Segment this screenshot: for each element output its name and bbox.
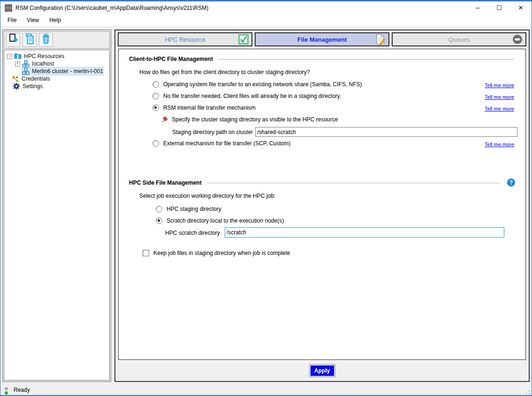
radio-external-mechanism[interactable]: External mechanism for file transfer (SC… [152, 140, 290, 147]
close-button[interactable]: ✕ [510, 1, 532, 14]
radio-label: No file transfer needed. Client files wi… [163, 93, 341, 99]
tree-item-merlin6-cluster[interactable]: Merlin6 cluster - merlin-l-001 [5, 67, 108, 75]
heading-rule [219, 59, 514, 60]
hpc-question: Select job execution working directory f… [139, 193, 275, 199]
hpc-resources-folder-icon [14, 52, 22, 60]
app-icon: RSM [5, 4, 12, 12]
cluster-icon [22, 60, 30, 67]
minus-circle-icon [512, 34, 523, 45]
apply-button-frame: Apply [309, 364, 335, 377]
add-resource-button[interactable] [6, 33, 20, 47]
radio-icon[interactable] [152, 93, 159, 99]
title-bar: RSM RSM Configuration (C:\Users\caubet_m… [0, 1, 532, 14]
radio-label: HPC staging directory [167, 206, 221, 212]
tab-label: File Management [297, 36, 347, 43]
add-document-icon [8, 33, 18, 46]
status-light-icon [5, 387, 8, 395]
tree-item-label: Settings [23, 83, 43, 90]
tell-me-more-link-3[interactable]: Tell me more [485, 106, 514, 112]
radio-hpc-staging-directory[interactable]: HPC staging directory [156, 206, 221, 212]
menu-file[interactable]: File [2, 15, 22, 25]
tree-item-label: localhost [32, 60, 54, 67]
minimize-button[interactable]: ─ [467, 1, 488, 14]
tree-item-label: Merlin6 cluster - merlin-l-001 [32, 68, 103, 75]
right-panel: HPC Resource File Management [114, 30, 530, 382]
resource-tree: − HPC Resources + [4, 50, 110, 381]
tab-queues[interactable]: Queues [392, 32, 526, 46]
left-panel: − HPC Resources + [2, 30, 111, 382]
credentials-icon [12, 75, 19, 82]
pin-note-text: Specify the cluster staging directory as… [172, 116, 338, 123]
tab-file-management[interactable]: File Management [255, 32, 389, 46]
checkbox-label: Keep job files in staging directory when… [153, 250, 290, 256]
collapse-expander-icon[interactable]: − [7, 54, 12, 59]
checkmark-icon [238, 34, 249, 45]
cluster-icon [22, 67, 30, 75]
radio-no-file-transfer[interactable]: No file transfer needed. Client files wi… [152, 93, 341, 99]
tree-item-label: HPC Resources [24, 53, 64, 60]
settings-gear-icon [13, 82, 20, 90]
client-section-heading: Client-to-HPC File Management [129, 56, 514, 62]
pin-note-row: Specify the cluster staging directory as… [162, 116, 338, 123]
copy-resource-button[interactable] [23, 33, 37, 47]
status-text: Ready [14, 387, 30, 393]
tab-strip: HPC Resource File Management [115, 30, 529, 48]
resize-grip[interactable] [525, 389, 531, 395]
radio-icon-selected[interactable] [156, 217, 162, 224]
tell-me-more-link-1[interactable]: Tell me more [485, 82, 514, 88]
tab-label: HPC Resource [165, 36, 205, 43]
tell-me-more-link-2[interactable]: Tell me more [485, 94, 514, 100]
keep-files-checkbox-row[interactable]: Keep job files in staging directory when… [143, 250, 290, 256]
tab-label: Queues [448, 36, 470, 43]
tell-me-more-link-4[interactable]: Tell me more [485, 142, 514, 147]
radio-label: Scratch directory local to the execution… [167, 217, 284, 224]
hpc-section-heading: HPC Side File Management [129, 179, 500, 186]
file-management-panel: Client-to-HPC File Management How do fil… [118, 49, 526, 360]
tab-hpc-resource[interactable]: HPC Resource [118, 32, 252, 46]
client-question: How do files get from the client directo… [139, 69, 310, 75]
heading-rule [207, 183, 500, 183]
radio-icon[interactable] [156, 206, 162, 212]
apply-strip: Apply [115, 360, 529, 381]
radio-icon-selected[interactable] [152, 105, 159, 111]
staging-path-label: Staging directory path on cluster [172, 129, 253, 135]
tree-item-label: Credentials [22, 75, 50, 82]
expand-expander-icon[interactable]: + [15, 61, 20, 67]
radio-os-file-transfer[interactable]: Operating system file transfer to an exi… [152, 81, 362, 88]
radio-rsm-internal-transfer[interactable]: RSM internal file transfer mechanism [152, 105, 256, 111]
main-area: − HPC Resources + [0, 28, 532, 385]
checkbox-icon[interactable] [143, 250, 149, 256]
apply-button[interactable]: Apply [311, 366, 334, 376]
radio-label: External mechanism for file transfer (SC… [163, 140, 290, 147]
window-title: RSM Configuration (C:\Users\caubet_m\App… [15, 5, 208, 11]
rsm-configuration-window: RSM RSM Configuration (C:\Users\caubet_m… [0, 0, 532, 396]
tree-item-hpc-resources[interactable]: − HPC Resources [5, 52, 108, 60]
menu-view[interactable]: View [22, 15, 44, 25]
radio-scratch-directory[interactable]: Scratch directory local to the execution… [156, 217, 284, 224]
radio-label: RSM internal file transfer mechanism [163, 105, 256, 111]
edit-document-icon [375, 34, 386, 45]
staging-path-input[interactable] [255, 127, 517, 137]
tree-toolbar [4, 31, 110, 49]
tree-item-settings[interactable]: Settings [5, 82, 108, 90]
radio-icon[interactable] [152, 140, 159, 147]
maximize-button[interactable]: ☐ [488, 1, 510, 14]
scratch-directory-input[interactable] [225, 227, 504, 238]
radio-icon[interactable] [152, 81, 159, 88]
window-controls: ─ ☐ ✕ [467, 1, 532, 14]
delete-resource-button[interactable] [39, 33, 53, 47]
menu-help[interactable]: Help [44, 15, 66, 25]
tree-item-localhost[interactable]: + localhost [5, 60, 108, 67]
menu-bar: File View Help [0, 14, 532, 26]
trash-icon [41, 33, 51, 46]
help-icon[interactable]: ? [507, 179, 515, 187]
scratch-directory-label: HPC scratch directory [165, 230, 220, 236]
tree-item-credentials[interactable]: Credentials [5, 75, 108, 82]
radio-label: Operating system file transfer to an exi… [163, 81, 362, 88]
copy-icon [24, 33, 35, 46]
status-bar: Ready [0, 385, 532, 395]
pushpin-icon [162, 116, 168, 123]
